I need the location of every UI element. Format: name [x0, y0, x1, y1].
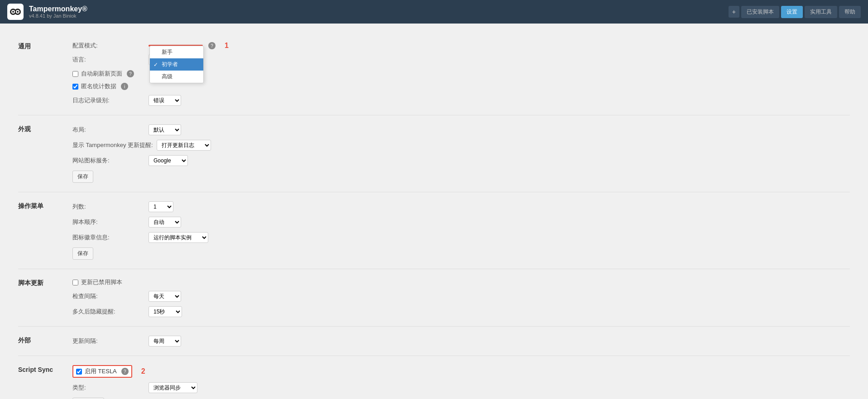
svg-point-4 — [12, 11, 14, 13]
anon-stats-row: 匿名统计数据 i — [72, 82, 850, 90]
update-disabled-label: 更新已禁用脚本 — [81, 278, 122, 286]
section-body-script-sync: 启用 TESLA ? 2 类型: 浏览器同步 重置同步 保存 — [72, 365, 850, 399]
add-script-button[interactable]: + — [729, 6, 739, 18]
layout-row: 布局: 默认 — [72, 124, 850, 135]
layout-label: 布局: — [72, 126, 145, 134]
favicon-select[interactable]: Google — [149, 155, 188, 166]
section-appearance: 外观 布局: 默认 显示 Tampermonkey 更新提醒: 打开更新日志 网… — [18, 115, 850, 192]
anon-stats-label: 匿名统计数据 — [81, 82, 116, 90]
update-disabled-row: 更新已禁用脚本 — [72, 278, 850, 286]
external-update-interval-select[interactable]: 每周 — [149, 336, 181, 347]
tesla-checkbox-box[interactable]: 启用 TESLA ? — [72, 365, 132, 378]
check-interval-label: 检查间隔: — [72, 292, 145, 300]
sync-type-label: 类型: — [72, 384, 145, 392]
settings-button[interactable]: 设置 — [781, 6, 803, 18]
script-order-label: 脚本顺序: — [72, 218, 145, 226]
section-body-appearance: 布局: 默认 显示 Tampermonkey 更新提醒: 打开更新日志 网站图标… — [72, 124, 850, 183]
anon-stats-checkbox[interactable] — [72, 84, 78, 90]
log-level-row: 日志记录级别: 错误 — [72, 95, 850, 106]
section-title-appearance: 外观 — [18, 124, 72, 183]
config-mode-label: 配置模式: — [72, 42, 145, 50]
header: Tampermonkey® v4.8.41 by Jan Biniok + 已安… — [0, 0, 868, 24]
section-script-sync: Script Sync 启用 TESLA ? 2 类型: 浏览器同步 重置同 — [18, 356, 850, 399]
tesla-label: 启用 TESLA — [85, 367, 117, 375]
auto-refresh-help-icon[interactable]: ? — [127, 70, 134, 77]
columns-select[interactable]: 1 — [149, 201, 173, 212]
icon-badge-row: 图标徽章信息: 运行的脚本实例 — [72, 232, 850, 243]
context-menu-save-button[interactable]: 保存 — [72, 247, 93, 260]
tesla-help-icon[interactable]: ? — [121, 368, 129, 375]
section-general: 通用 配置模式: 新手 ✓ 初学者 — [18, 33, 850, 115]
update-disabled-checkbox[interactable] — [72, 280, 78, 285]
language-label: 语言: — [72, 56, 145, 64]
favicon-row: 网站图标服务: Google — [72, 155, 850, 166]
script-order-row: 脚本顺序: 自动 — [72, 217, 850, 228]
app-logo — [7, 4, 24, 20]
help-button[interactable]: 帮助 — [839, 6, 861, 18]
annotation-1: 1 — [225, 42, 229, 50]
columns-label: 列数: — [72, 203, 145, 211]
section-body-context-menu: 列数: 1 脚本顺序: 自动 图标徽章信息: 运行的脚本实例 保存 — [72, 201, 850, 260]
external-update-interval-label: 更新间隔: — [72, 337, 145, 345]
sync-type-row: 类型: 浏览器同步 — [72, 382, 850, 393]
config-option-advanced[interactable]: 高级 — [150, 71, 203, 83]
annotation-2: 2 — [141, 367, 145, 375]
app-title: Tampermonkey® v4.8.41 by Jan Biniok — [29, 5, 87, 19]
update-reminder-row: 显示 Tampermonkey 更新提醒: 打开更新日志 — [72, 140, 850, 151]
config-mode-wrapper: 新手 ✓ 初学者 高级 — [149, 45, 203, 47]
tools-button[interactable]: 实用工具 — [805, 6, 837, 18]
check-interval-select[interactable]: 每天 — [149, 291, 181, 302]
config-option-beginner1[interactable]: ✓ 初学者 — [150, 58, 203, 71]
hide-reminder-label: 多久后隐藏提醒: — [72, 308, 145, 316]
context-menu-save-row: 保存 — [72, 247, 850, 260]
section-context-menu: 操作菜单 列数: 1 脚本顺序: 自动 图标徽章信息: 运行的脚本实例 — [18, 192, 850, 269]
config-mode-row: 配置模式: 新手 ✓ 初学者 — [72, 42, 850, 50]
hide-reminder-select[interactable]: 15秒 — [149, 306, 182, 317]
log-level-select[interactable]: 错误 — [149, 95, 181, 106]
config-mode-box[interactable]: 新手 ✓ 初学者 高级 — [149, 45, 203, 47]
tesla-checkbox[interactable] — [76, 369, 82, 375]
script-order-select[interactable]: 自动 — [149, 217, 181, 228]
log-level-label: 日志记录级别: — [72, 96, 145, 104]
section-title-script-update: 脚本更新 — [18, 278, 72, 317]
icon-badge-label: 图标徽章信息: — [72, 233, 145, 242]
layout-select[interactable]: 默认 — [149, 124, 181, 135]
main-content: 通用 配置模式: 新手 ✓ 初学者 — [0, 24, 868, 399]
config-option-beginner0[interactable]: 新手 — [150, 46, 203, 58]
installed-scripts-button[interactable]: 已安装脚本 — [741, 6, 779, 18]
section-title-external: 外部 — [18, 336, 72, 347]
auto-refresh-label: 自动刷新新页面 — [81, 70, 122, 78]
section-body-general: 配置模式: 新手 ✓ 初学者 — [72, 42, 850, 106]
sync-type-select[interactable]: 浏览器同步 — [149, 382, 197, 393]
appearance-save-button[interactable]: 保存 — [72, 171, 93, 183]
section-body-external: 更新间隔: 每周 — [72, 336, 850, 347]
columns-row: 列数: 1 — [72, 201, 850, 212]
config-mode-dropdown[interactable]: 新手 ✓ 初学者 高级 — [149, 46, 204, 83]
section-body-script-update: 更新已禁用脚本 检查间隔: 每天 多久后隐藏提醒: 15秒 — [72, 278, 850, 317]
update-reminder-select[interactable]: 打开更新日志 — [157, 140, 211, 151]
section-title-general: 通用 — [18, 42, 72, 106]
icon-badge-select[interactable]: 运行的脚本实例 — [149, 232, 208, 243]
appearance-save-row: 保存 — [72, 171, 850, 183]
section-script-update: 脚本更新 更新已禁用脚本 检查间隔: 每天 多久后隐藏提醒: 15秒 — [18, 269, 850, 327]
update-reminder-label: 显示 Tampermonkey 更新提醒: — [72, 141, 153, 149]
svg-point-5 — [17, 11, 19, 13]
anon-stats-help-icon[interactable]: i — [121, 83, 128, 90]
favicon-label: 网站图标服务: — [72, 157, 145, 165]
section-external: 外部 更新间隔: 每周 — [18, 327, 850, 356]
external-update-interval-row: 更新间隔: 每周 — [72, 336, 850, 347]
section-title-script-sync: Script Sync — [18, 365, 72, 399]
auto-refresh-checkbox[interactable] — [72, 71, 78, 77]
enable-tesla-row: 启用 TESLA ? 2 — [72, 365, 850, 378]
hide-reminder-row: 多久后隐藏提醒: 15秒 — [72, 306, 850, 317]
check-interval-row: 检查间隔: 每天 — [72, 291, 850, 302]
top-nav: + 已安装脚本 设置 实用工具 帮助 — [729, 6, 861, 18]
section-title-context-menu: 操作菜单 — [18, 201, 72, 260]
config-mode-help-icon[interactable]: ? — [208, 42, 216, 49]
